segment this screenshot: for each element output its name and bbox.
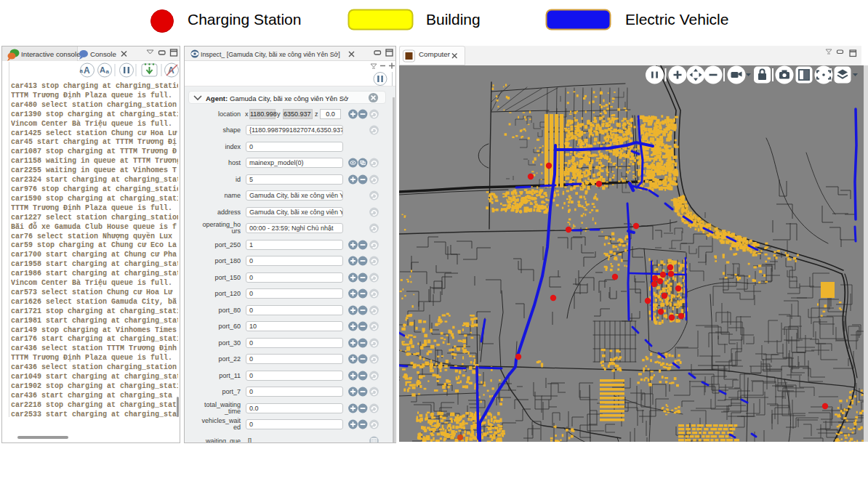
svg-text:A: A xyxy=(100,65,105,74)
svg-text:A: A xyxy=(84,65,90,76)
svg-text:a: a xyxy=(106,68,110,75)
svg-text:a: a xyxy=(80,68,84,74)
